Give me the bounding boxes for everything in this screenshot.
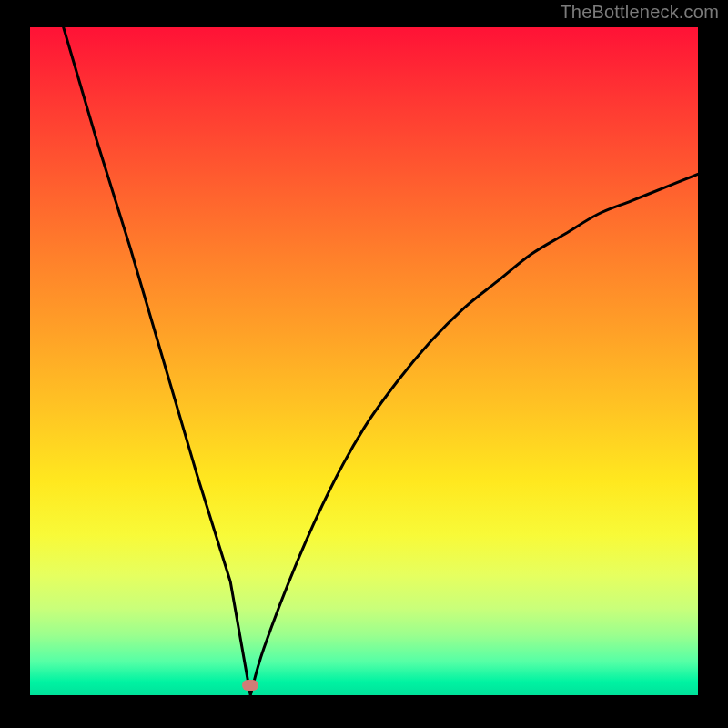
- watermark-text: TheBottleneck.com: [560, 2, 719, 23]
- plot-area: [30, 27, 698, 695]
- chart-frame: TheBottleneck.com: [0, 0, 728, 728]
- minimum-marker: [242, 680, 258, 691]
- bottleneck-curve: [30, 27, 698, 695]
